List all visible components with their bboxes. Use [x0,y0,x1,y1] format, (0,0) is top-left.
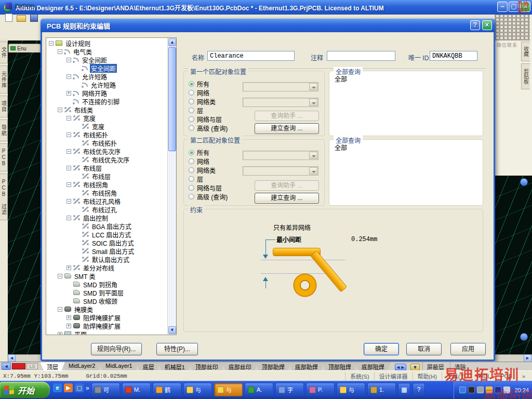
keyboard-icon[interactable]: ▦ [398,383,410,396]
min-clearance-value[interactable]: 0.254mm [351,236,377,243]
left-tab-导航[interactable]: 导航 [0,119,8,141]
tree-item[interactable]: −布线类 [46,105,167,114]
tree-item[interactable]: −掩膜类 [46,305,167,313]
properties-button[interactable]: 特性(P)... [156,343,198,355]
collapse-icon[interactable]: − [66,199,71,204]
tree-item[interactable]: +平面 [46,330,167,335]
dialog-help-icon[interactable]: ? [470,20,480,30]
tree-item[interactable]: BGA 扇出方式 [46,222,167,230]
tree-item[interactable]: −设计规则 [46,39,167,47]
task-button[interactable]: 与 [214,383,243,396]
netclass-dropdown[interactable] [243,166,318,176]
collapse-icon[interactable]: − [66,182,71,187]
layer-tab-机械层1[interactable]: 机械层1 [158,362,192,370]
layer-tab-底部丝印[interactable]: 底部丝印 [222,362,258,370]
messenger-icon[interactable] [459,387,466,393]
umbrella-icon[interactable] [486,387,493,393]
status-menu-item[interactable]: 帮助(H) [413,372,442,380]
status-menu-item[interactable]: PCB [495,373,517,379]
comment-field[interactable] [327,51,395,61]
tree-item[interactable]: −安全间距 [46,56,167,64]
collapse-icon[interactable]: − [66,149,71,154]
apply-button[interactable]: 应用 [450,343,486,355]
radio-option[interactable]: 所有 [189,79,228,88]
layer-tab-MidLayer2[interactable]: MidLayer2 [62,362,102,370]
status-menu-item[interactable]: 工具(T) [442,372,470,380]
layer-nav-icons[interactable]: ◄► [395,364,406,371]
h-scrollbar-left[interactable]: ◄ [7,354,41,362]
dxp-menu[interactable]: DXP(X) [15,3,34,9]
tree-item[interactable]: 布线过孔 [46,205,167,214]
collapse-icon[interactable]: − [58,49,62,54]
tree-item[interactable]: Small 扇出方式 [46,247,167,255]
layer-tab-底部助焊[interactable]: 底部助焊 [288,362,325,370]
radio-icon[interactable] [189,150,194,155]
collapse-icon[interactable]: − [66,74,71,79]
radio-icon[interactable] [189,90,194,96]
task-button[interactable]: 1. [367,383,396,396]
radio-icon[interactable] [189,185,194,191]
scroll-up-icon[interactable]: ▲ [168,38,176,46]
minimize-icon[interactable]: – [497,2,508,12]
tree-item[interactable]: −扇出控制 [46,214,167,222]
tree-item[interactable]: +助焊掩膜扩展 [46,322,167,330]
collapse-icon[interactable]: − [66,58,71,62]
ok-button[interactable]: 确定 [364,343,399,355]
tree-item[interactable]: 布线拐角 [46,189,167,197]
disc-icon[interactable] [477,387,484,393]
scroll-right-icon[interactable]: ► [524,354,531,362]
tree-item[interactable]: 布线层 [46,172,167,180]
layer-tab-顶部助焊[interactable]: 顶部助焊 [255,362,291,370]
build-query-button[interactable]: 建立查询 ... [255,193,319,204]
layer-filter-icon[interactable]: ▼ [410,364,420,371]
tree-item[interactable]: +阻焊掩膜扩展 [46,313,167,322]
radio-icon[interactable] [189,116,194,122]
scrollbar-thumb[interactable] [168,47,176,151]
new-file-icon[interactable] [5,14,12,22]
tree-item[interactable]: −SMT 类 [46,272,167,280]
document-tab[interactable]: Enu [8,44,41,52]
task-button[interactable]: 字 [275,383,304,396]
right-tab-剪贴板[interactable]: 剪贴板 [521,63,530,89]
radio-option[interactable]: 网络 [189,157,228,166]
scroll-down-icon[interactable]: ▼ [168,326,176,334]
tree-item[interactable]: SMD 收缩颈 [46,297,167,305]
name-field[interactable]: Clearance [207,51,295,61]
tree-item[interactable]: LCC 扇出方式 [46,230,167,238]
pcb-canvas-right[interactable] [494,176,532,354]
tree-item[interactable]: 默认扇出方式 [46,255,167,263]
radio-option[interactable]: 层 [189,106,228,115]
tree-item[interactable]: 允许短路 [46,81,167,89]
tree-item[interactable]: −允许短路 [46,72,167,81]
left-tab-元件库[interactable]: 元件库 [0,65,8,94]
tree-item[interactable]: SOIC 扇出方式 [46,238,167,247]
layer-tab-顶部阻焊[interactable]: 顶部阻焊 [322,362,358,370]
cancel-button[interactable]: 取消 [406,343,442,355]
layer-set-label[interactable]: LS [26,363,38,369]
tree-item[interactable]: −宽度 [46,114,167,122]
dialog-titlebar[interactable]: PCB 规则和约束编辑 ? × [41,19,495,32]
layers-scroll-left-icon[interactable]: ◄ [2,363,11,370]
layer-tab-MidLayer1[interactable]: MidLayer1 [99,362,139,370]
radio-icon[interactable] [189,176,194,182]
status-menu-item[interactable]: 系统(S) [345,372,374,380]
collapse-icon[interactable]: − [58,274,62,278]
expand-icon[interactable]: + [66,91,71,96]
active-layer-color[interactable] [12,363,25,369]
tree-item[interactable]: −布线优先次序 [46,147,167,155]
collapse-icon[interactable]: − [66,132,71,137]
radio-icon[interactable] [189,81,194,87]
radio-icon[interactable] [189,167,194,173]
dialog-close-icon[interactable]: × [482,20,492,30]
chevron-icon[interactable]: » [86,384,89,392]
tree-item[interactable]: 宽度 [46,122,167,130]
collapse-icon[interactable]: − [58,108,62,112]
h-scrollbar-right[interactable]: ► [495,354,532,362]
radio-option[interactable]: 高级 (查询) [189,124,228,132]
task-button[interactable]: 鹤 [153,383,181,396]
expand-icon[interactable]: + [66,324,71,328]
ie-icon[interactable]: e [53,383,62,392]
open-file-icon[interactable] [17,15,26,22]
task-button[interactable]: A. [245,383,273,396]
radio-icon[interactable] [189,125,194,131]
